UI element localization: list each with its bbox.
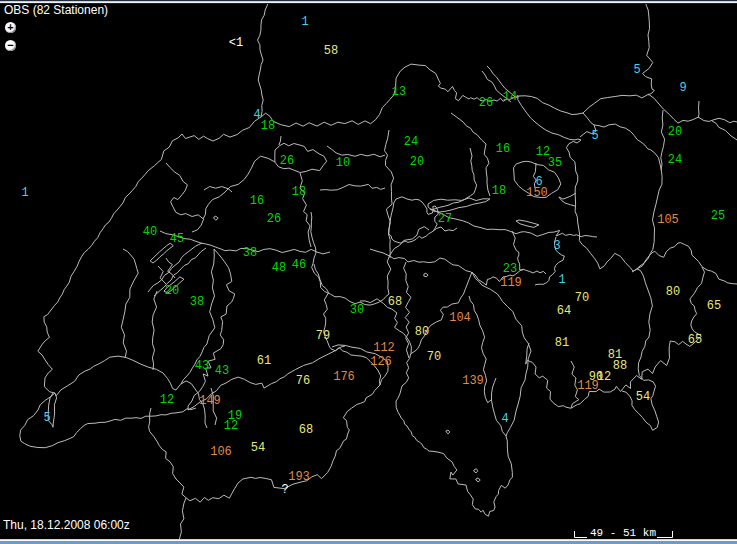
svg-text:49 - 51 km: 49 - 51 km bbox=[590, 527, 656, 539]
